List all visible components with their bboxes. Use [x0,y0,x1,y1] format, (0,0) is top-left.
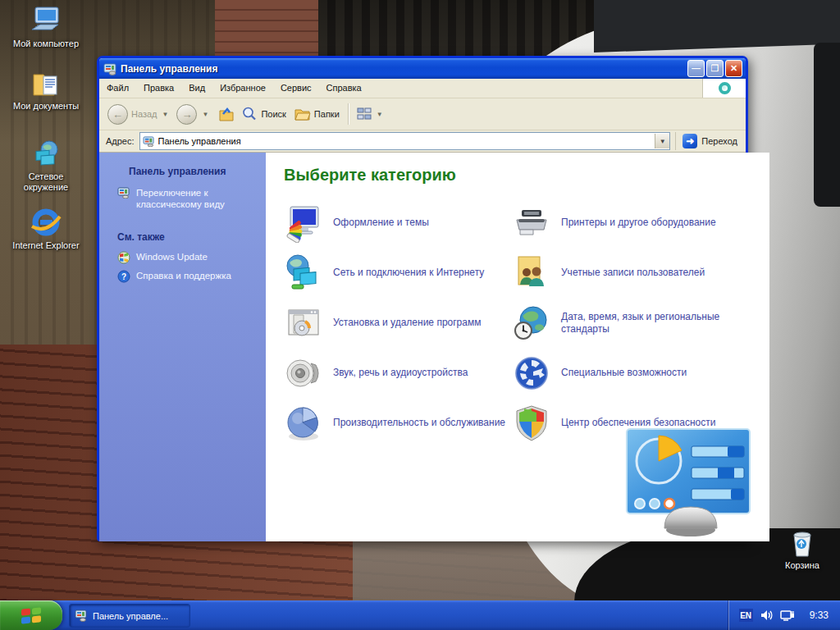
maximize-glyph: ❐ [711,64,719,73]
performance-maintenance-icon [284,404,323,443]
desktop-icon-internet-explorer[interactable]: Internet Explorer [5,205,87,251]
classic-view-icon [117,187,130,199]
close-button[interactable]: ✕ [725,60,742,77]
search-button[interactable]: Поиск [238,104,289,124]
menu-tools[interactable]: Сервис [273,79,319,98]
sounds-audio-icon [284,354,323,393]
wallpaper-car-window [814,43,840,207]
folders-button[interactable]: Папки [290,104,343,124]
up-button[interactable] [213,104,238,124]
address-control-panel-icon [143,136,155,147]
control-panel-watermark [626,428,756,536]
back-button[interactable]: ← Назад ▼ [104,103,173,126]
category-performance-maintenance[interactable]: Производительность и обслуживание [284,404,507,443]
category-user-accounts[interactable]: Учетные записи пользователей [512,253,758,293]
go-label: Переход [701,136,737,146]
network-device-icon[interactable] [780,609,795,622]
taskbar-clock[interactable]: 9:33 [810,609,829,621]
accessibility-icon [512,354,551,393]
menu-favorites[interactable]: Избранное [212,79,273,98]
desktop-icon-my-computer[interactable]: Мой компьютер [5,7,87,49]
address-value: Панель управления [158,136,652,146]
taskbar-task-control-panel[interactable]: Панель управле... [69,604,190,628]
printers-hardware-icon [512,203,551,243]
category-appearance-themes[interactable]: Оформление и темы [284,203,507,243]
back-dropdown-icon: ▼ [162,111,169,118]
desktop-icon-recycle-bin[interactable]: Корзина [761,528,840,571]
security-center-icon [512,404,551,443]
category-label: Звук, речь и аудиоустройства [333,367,468,379]
maximize-button[interactable]: ❐ [706,60,724,77]
language-indicator[interactable]: EN [739,609,753,622]
desktop-icon-label: Корзина [761,560,840,571]
page-title: Выберите категорию [284,166,758,185]
svg-text:?: ? [121,272,126,281]
category-label: Принтеры и другое оборудование [561,217,716,229]
sidebar-item-switch-classic-view[interactable]: Переключение к классическому виду [117,187,258,210]
category-grid: Оформление и темы Сеть и подключения к И… [284,198,758,448]
go-arrow-icon: ➜ [682,134,697,148]
category-accessibility[interactable]: Специальные возможности [512,354,758,393]
menu-file[interactable]: Файл [99,79,136,98]
menu-help[interactable]: Справка [319,79,369,98]
menu-view[interactable]: Вид [181,79,212,98]
close-glyph: ✕ [730,64,737,73]
minimize-button[interactable]: — [687,60,705,77]
wallpaper-car-roof [594,0,840,52]
network-internet-icon [284,253,323,293]
views-button[interactable]: ▼ [354,106,388,122]
window-titlebar[interactable]: Панель управления — ❐ ✕ [99,58,746,79]
help-icon: ? [117,270,130,283]
back-arrow-icon: ← [107,104,128,125]
folders-icon [293,106,311,122]
category-printers-hardware[interactable]: Принтеры и другое оборудование [512,203,758,243]
toolbar-separator [348,103,349,125]
my-computer-icon [29,7,63,36]
category-label: Производительность и обслуживание [333,417,505,429]
toolbar: ← Назад ▼ → ▼ Поиск [99,98,746,130]
category-label: Установка и удаление программ [333,317,481,329]
start-button[interactable] [0,600,62,630]
throbber-area [702,79,746,98]
category-date-time-language[interactable]: Дата, время, язык и региональные стандар… [512,304,758,343]
window-title: Панель управления [121,63,686,75]
volume-icon[interactable] [760,609,774,622]
sidebar-item-label: Справка и поддержка [136,270,231,281]
windows-update-icon [117,251,130,264]
forward-button[interactable]: → ▼ [173,103,213,126]
desktop-icon-network-places[interactable]: Сетевое окружение [5,139,87,193]
address-bar: Адрес: Панель управления ▼ ➜ Переход [99,130,746,153]
category-label: Специальные возможности [561,367,687,379]
desktop-icon-label: Internet Explorer [5,240,87,251]
folders-label: Папки [314,109,340,119]
category-label: Дата, время, язык и региональные стандар… [561,311,737,336]
go-button[interactable]: ➜ Переход [675,132,744,150]
category-network-internet[interactable]: Сеть и подключения к Интернету [284,253,507,293]
search-icon [241,106,258,122]
address-label: Адрес: [106,136,135,146]
category-add-remove-programs[interactable]: Установка и удаление программ [284,304,507,343]
address-dropdown-button[interactable]: ▼ [655,134,669,148]
sidebar-item-windows-update[interactable]: Windows Update [117,251,258,264]
control-panel-window: Панель управления — ❐ ✕ Файл Правка Вид … [97,56,748,541]
sidebar-item-help-support[interactable]: ? Справка и поддержка [117,270,258,283]
category-label: Сеть и подключения к Интернету [333,267,484,279]
category-sounds-audio[interactable]: Звук, речь и аудиоустройства [284,354,507,393]
views-dropdown-icon: ▼ [377,111,383,118]
address-input[interactable]: Панель управления ▼ [139,132,671,150]
forward-dropdown-icon: ▼ [202,111,208,118]
recycle-bin-icon [788,528,816,558]
menu-edit[interactable]: Правка [136,79,181,98]
back-label: Назад [131,109,158,119]
network-places-icon [30,139,62,169]
sidebar: Панель управления Переключение к классич… [99,153,266,541]
views-icon [357,107,372,121]
menu-bar: Файл Правка Вид Избранное Сервис Справка [99,79,746,98]
system-tray: EN 9:33 [728,600,840,630]
sidebar-see-also-header: См. также [117,231,258,243]
category-label: Оформление и темы [333,217,429,229]
sidebar-title: Панель управления [117,166,258,177]
desktop-icon-my-documents[interactable]: Мои документы [5,71,87,112]
sidebar-item-label: Переключение к классическому виду [136,187,258,210]
my-documents-icon [30,71,62,98]
